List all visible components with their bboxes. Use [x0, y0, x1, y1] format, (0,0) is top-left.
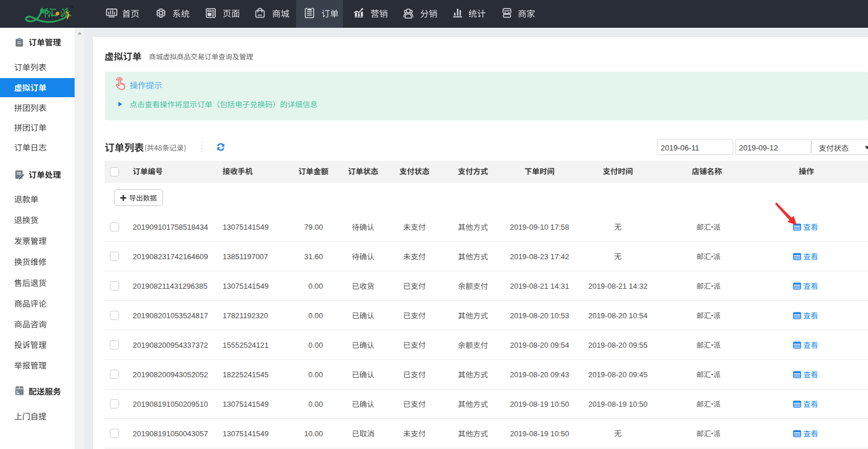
svg-text:201908200943052052: 201908200943052052 [133, 370, 208, 379]
svg-text:201908200954337372: 201908200954337372 [133, 341, 208, 349]
svg-text:0.00: 0.00 [308, 282, 323, 290]
svg-text:201908231742164609: 201908231742164609 [133, 252, 208, 261]
svg-text:0.00: 0.00 [308, 370, 323, 379]
svg-text:13075141549: 13075141549 [223, 282, 269, 290]
svg-text:2019-08-21 14:32: 2019-08-21 14:32 [588, 282, 648, 290]
svg-text:2019-08-20 10:53: 2019-08-20 10:53 [510, 311, 570, 320]
svg-text:2019-08-19 10:50: 2019-08-19 10:50 [510, 429, 570, 438]
svg-text:2019-08-20 09:45: 2019-08-20 09:45 [588, 370, 648, 379]
svg-text:2019-08-21 14:31: 2019-08-21 14:31 [510, 282, 570, 290]
svg-text:17821192320: 17821192320 [223, 311, 268, 320]
svg-text:0.00: 0.00 [308, 311, 323, 320]
svg-text:0.00: 0.00 [308, 341, 323, 349]
svg-text:2019-08-19 10:50: 2019-08-19 10:50 [510, 400, 570, 408]
svg-text:13075141549: 13075141549 [223, 223, 269, 231]
svg-text:10.00: 10.00 [304, 429, 323, 438]
svg-text:15552524121: 15552524121 [223, 341, 269, 349]
svg-text:2019-08-20 10:54: 2019-08-20 10:54 [588, 311, 648, 320]
svg-text:13075141549: 13075141549 [223, 429, 269, 438]
svg-text:2019-08-20 09:43: 2019-08-20 09:43 [510, 370, 570, 379]
svg-text:201909101758518434: 201909101758518434 [133, 223, 208, 231]
svg-text:2019-09-12: 2019-09-12 [739, 143, 778, 152]
svg-text:201908191050209510: 201908191050209510 [133, 400, 208, 408]
svg-text:201908191050043057: 201908191050043057 [133, 429, 208, 438]
svg-text:13851197007: 13851197007 [223, 252, 268, 261]
svg-text:201908201053524817: 201908201053524817 [133, 311, 208, 320]
svg-text:2019-06-11: 2019-06-11 [661, 143, 699, 152]
svg-text:79.00: 79.00 [304, 223, 323, 231]
svg-text:201908211431296385: 201908211431296385 [133, 282, 208, 290]
svg-text:0.00: 0.00 [308, 400, 323, 408]
svg-text:2019-08-19 10:50: 2019-08-19 10:50 [588, 400, 648, 408]
svg-text:31.60: 31.60 [304, 252, 323, 261]
svg-text:TM: TM [70, 6, 73, 8]
svg-text:2019-08-23 17:42: 2019-08-23 17:42 [510, 252, 570, 261]
svg-text:13075141549: 13075141549 [223, 400, 269, 408]
svg-text:2019-08-20 09:54: 2019-08-20 09:54 [510, 341, 570, 349]
svg-text:2019-09-10 17:58: 2019-09-10 17:58 [510, 223, 570, 231]
svg-text:2019-08-20 09:55: 2019-08-20 09:55 [588, 341, 648, 349]
svg-text:18225241545: 18225241545 [223, 370, 269, 379]
